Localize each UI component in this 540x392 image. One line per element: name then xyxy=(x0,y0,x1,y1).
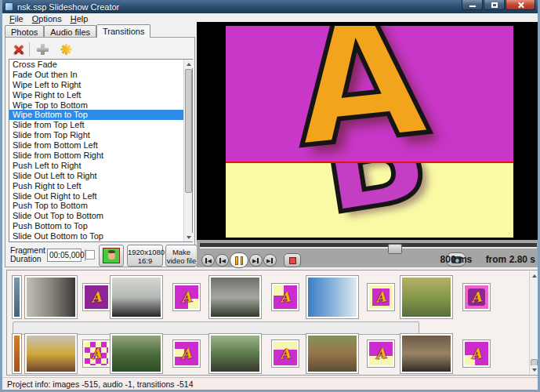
transition-thumb-nested-yellow[interactable]: A xyxy=(367,283,395,311)
preview-area: A B xyxy=(197,22,540,240)
effects-icon[interactable] xyxy=(60,43,72,56)
seek-handle[interactable] xyxy=(388,244,402,254)
transition-option[interactable]: Slide from Bottom Right xyxy=(9,151,192,161)
transition-option[interactable]: Slide from Top Left xyxy=(9,120,192,130)
transition-option[interactable]: Slide from Bottom Left xyxy=(9,140,192,151)
duration-spinner[interactable]: 00:05,000 xyxy=(47,249,82,262)
transition-thumb-split[interactable]: A xyxy=(367,339,395,368)
transition-thumb-corner-tl[interactable]: A xyxy=(271,283,299,311)
transition-letter: A xyxy=(279,345,291,361)
transition-option[interactable]: Push Left to Right xyxy=(9,161,192,171)
transitions-scrollbar[interactable] xyxy=(183,60,192,241)
next-frame-button[interactable]: ▶ xyxy=(249,254,263,267)
slide-a-letter: A xyxy=(286,26,433,162)
transition-icon: A xyxy=(465,342,488,365)
add-transition-icon[interactable] xyxy=(36,43,49,56)
transitions-list: Cross FadeFade Out then InWipe Left to R… xyxy=(9,59,193,242)
timeline-scroll-up-icon[interactable] xyxy=(530,271,538,280)
transition-thumb-corner-bl[interactable]: A xyxy=(462,339,491,368)
menu-help[interactable]: Help xyxy=(67,13,94,24)
transition-option[interactable]: Wipe Right to Left xyxy=(9,90,192,100)
transition-option[interactable]: Wipe Top to Bottom xyxy=(9,100,192,111)
transition-icon: A xyxy=(175,285,198,309)
photo-building-sky-rotated[interactable] xyxy=(306,275,359,319)
transition-option[interactable]: Slide Out Left to Right xyxy=(9,171,192,181)
photo-green-field-walkers[interactable] xyxy=(110,333,163,374)
transition-option[interactable]: Cross Fade xyxy=(9,60,192,70)
photo-tank-train[interactable] xyxy=(24,333,78,374)
tab-transitions[interactable]: Transitions xyxy=(96,24,150,38)
photo-people-indoors[interactable] xyxy=(24,275,78,319)
status-bar: Project info: images -515, audio -1, tra… xyxy=(2,377,538,390)
go-start-button[interactable]: ◀ xyxy=(201,254,215,267)
transition-option[interactable]: Push Bottom to Top xyxy=(9,221,192,231)
timeline-scroll-down-icon[interactable] xyxy=(530,365,538,374)
transition-option[interactable]: Wipe Left to Right xyxy=(9,80,192,90)
transition-option[interactable]: Fade Out then In xyxy=(9,70,192,80)
photo-image xyxy=(14,336,20,372)
photo-park-monument[interactable] xyxy=(208,333,262,374)
clipped-photo[interactable] xyxy=(12,333,22,374)
transition-option[interactable]: Push Right to Left xyxy=(9,181,192,191)
photo-image xyxy=(211,278,259,317)
make-video-button[interactable]: Make video file xyxy=(165,245,198,267)
transition-thumb-nested-pink[interactable]: A xyxy=(462,283,491,311)
transition-letter: A xyxy=(279,289,291,305)
resolution-button[interactable]: 1920x1080 16:9 xyxy=(127,245,163,267)
tab-photos[interactable]: Photos xyxy=(5,25,44,38)
go-end-button[interactable]: ▶ xyxy=(263,254,277,267)
timeline: AAAAA AAAAA xyxy=(6,270,540,376)
scroll-up-icon[interactable] xyxy=(184,60,193,68)
time-from: from 2.80 s xyxy=(486,254,535,265)
photo-image xyxy=(112,278,161,317)
transition-option[interactable]: Slide Out Right to Left xyxy=(9,191,192,201)
stop-icon xyxy=(289,257,296,264)
photo-meadow-couple[interactable] xyxy=(400,275,453,319)
title-bar[interactable]: nsk.ssp Slideshow Creator xyxy=(0,0,540,13)
photo-couple-bar[interactable] xyxy=(400,333,453,374)
transition-thumb-checker[interactable]: A xyxy=(82,339,111,368)
seek-slider[interactable] xyxy=(200,243,537,249)
timeline-scrollbar[interactable] xyxy=(529,271,538,374)
prev-frame-button[interactable]: ◀ xyxy=(216,254,229,267)
transition-option[interactable]: Slide Out Bottom to Top xyxy=(9,231,192,241)
stop-button[interactable] xyxy=(284,253,301,267)
transition-thumb-stripe-left[interactable]: A xyxy=(172,339,201,368)
photo-steam-locomotive[interactable] xyxy=(110,275,163,319)
photo-storm-landscape[interactable] xyxy=(208,275,262,319)
duration-checkbox[interactable] xyxy=(85,250,95,260)
transition-icon: A xyxy=(465,285,488,309)
transition-option[interactable]: Slide from Top Right xyxy=(9,130,192,140)
transition-thumb-corner-br[interactable]: A xyxy=(172,283,201,311)
tab-bar: PhotosAudio filesTransitions xyxy=(5,24,150,37)
photo-image xyxy=(27,336,75,372)
outgoing-slide: A xyxy=(226,26,513,162)
transition-option[interactable]: Push Top to Bottom xyxy=(9,201,192,211)
transition-letter: A xyxy=(470,345,482,361)
fragment-duration-label: Fragment Duration xyxy=(10,246,45,263)
close-button[interactable] xyxy=(506,0,535,10)
preview-frame-button[interactable] xyxy=(99,245,124,267)
clipped-photo[interactable] xyxy=(12,275,22,319)
scroll-down-icon[interactable] xyxy=(184,233,193,241)
slide-b-letter: B xyxy=(310,163,438,235)
transition-letter: A xyxy=(180,345,192,361)
tab-audio-files[interactable]: Audio files xyxy=(44,25,96,38)
playback-bar: ◀ ◀ ▶ ▶ 800 ms from 2.80 s xyxy=(197,240,540,267)
delete-transition-icon[interactable] xyxy=(12,43,24,56)
transition-letter: A xyxy=(375,289,386,305)
scrollbar-thumb[interactable] xyxy=(185,69,192,193)
pause-button[interactable] xyxy=(230,252,248,268)
transition-option[interactable]: Wipe Bottom to Top xyxy=(9,110,192,120)
photo-deer-tree[interactable] xyxy=(306,333,359,374)
transition-thumb-stripe-top[interactable]: A xyxy=(271,339,299,368)
time-current: 800 ms xyxy=(440,254,473,265)
duration-value[interactable]: 00:05,000 xyxy=(48,249,85,261)
transition-option[interactable]: Slide Out Top to Bottom xyxy=(9,211,192,221)
minimize-button[interactable] xyxy=(462,0,483,10)
transition-thumb-plain-purple[interactable]: A xyxy=(82,283,111,311)
menu-file[interactable]: File xyxy=(6,13,29,24)
transition-icon: A xyxy=(369,342,393,365)
menu-options[interactable]: Options xyxy=(29,13,67,24)
maximize-button[interactable] xyxy=(484,0,505,10)
